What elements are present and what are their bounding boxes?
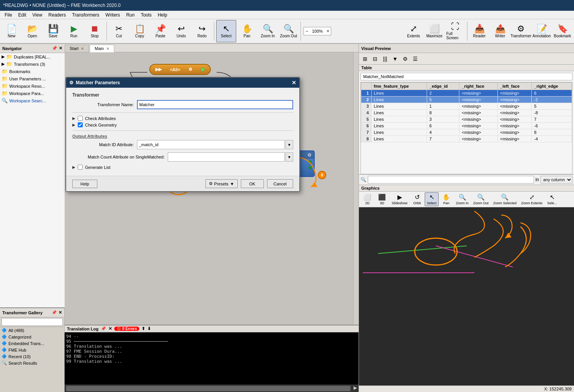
nav-bookmarks[interactable]: 📁 Bookmarks	[0, 68, 65, 75]
close-nav-icon[interactable]: ✕	[59, 46, 62, 51]
save-button[interactable]: 💾 Save	[43, 20, 63, 42]
col-right-face[interactable]: _right_face	[459, 83, 498, 90]
gfx-zoom-selected-button[interactable]: 🔍 Zoom Selected	[491, 192, 519, 206]
menu-tools[interactable]: Tools	[138, 12, 155, 18]
vp-btn-grid[interactable]: ⊟	[370, 54, 380, 63]
table-row[interactable]: 5Lines3<missing><missing>7	[361, 116, 572, 123]
zoom-out-button[interactable]: 🔍 Zoom Out	[279, 20, 299, 42]
nav-transformers[interactable]: ▶ 📁 Transformers (3)	[0, 60, 65, 68]
filter-column-select[interactable]: any column	[541, 176, 572, 183]
tab-main[interactable]: Main ✕	[90, 45, 114, 52]
cancel-button[interactable]: Cancel	[267, 179, 293, 188]
vp-btn-table[interactable]: ⊞	[360, 54, 370, 63]
presets-button[interactable]: ⚙ Presets ▼	[205, 179, 238, 188]
col-edge-id[interactable]: _edge_id	[427, 83, 459, 90]
extents-button[interactable]: ⤢ Extents	[404, 20, 424, 42]
check-geom-expand[interactable]: ▶	[72, 123, 75, 127]
stop-button[interactable]: ⏹ Stop	[85, 20, 105, 42]
log-scroll-down[interactable]: ⬇	[147, 326, 151, 331]
log-scroll-up[interactable]: ⬆	[142, 326, 145, 331]
gallery-item-fmehub[interactable]: 🔷 FME Hub	[0, 347, 64, 353]
gfx-pan-button[interactable]: ✋ Pan	[439, 192, 453, 206]
help-button[interactable]: Help	[72, 180, 97, 188]
menu-readers[interactable]: Readers	[45, 12, 69, 18]
gfx-orbit-button[interactable]: ↺ Orbit	[410, 192, 424, 206]
full-screen-button[interactable]: ⛶ Full Screen	[445, 20, 465, 42]
gallery-item-embedded[interactable]: 🔷 Embedded Trans...	[0, 340, 64, 347]
vp-btn-settings[interactable]: ⚙	[400, 54, 410, 63]
gallery-item-recent[interactable]: 🔷 Recent (10)	[0, 353, 64, 360]
vertical-scrollbar[interactable]	[353, 52, 359, 325]
gfx-slideshow-button[interactable]: ▶ Slideshow	[390, 192, 409, 206]
menu-view[interactable]: View	[29, 12, 45, 18]
m-gear-icon[interactable]: ⚙	[307, 152, 312, 158]
gfx-sele-button[interactable]: ↖ Sele...	[545, 192, 559, 206]
tab-start-close[interactable]: ✕	[81, 47, 84, 51]
pan-button[interactable]: ✋ Pan	[237, 20, 257, 42]
log-scrollbar[interactable]	[66, 386, 350, 391]
match-count-dropdown-btn[interactable]: ▼	[285, 152, 293, 162]
writer-button[interactable]: 📤 Writer	[490, 20, 510, 42]
transformer-name-input[interactable]	[137, 100, 293, 109]
tab-start[interactable]: Start ✕	[65, 45, 89, 52]
gallery-search-input[interactable]	[2, 318, 63, 326]
table-row[interactable]: 1Lines2<missing><missing>6	[361, 90, 572, 97]
zoom-in-button[interactable]: 🔍 Zoom In	[258, 20, 278, 42]
generate-list-checkbox[interactable]	[78, 165, 83, 170]
annotation-button[interactable]: 📝 Annotation	[532, 20, 552, 42]
check-geometry-checkbox[interactable]	[78, 122, 83, 127]
paste-button[interactable]: 📌 Paste	[150, 20, 170, 42]
menu-writers[interactable]: Writers	[102, 12, 123, 18]
gallery-item-categorized[interactable]: 🔷 Categorized	[0, 334, 64, 340]
gfx-select-button[interactable]: ↖ Select	[425, 192, 439, 206]
table-row[interactable]: 3Lines1<missing><missing>5	[361, 103, 572, 110]
zoom-input[interactable]	[310, 29, 325, 33]
gfx-zoom-in-button[interactable]: 🔍 Zoom In	[454, 192, 471, 206]
table-row[interactable]: 7Lines4<missing><missing>8	[361, 129, 572, 136]
gfx-zoom-extents-button[interactable]: ⤢ Zoom Extents	[519, 192, 545, 206]
menu-file[interactable]: File	[2, 12, 15, 18]
menu-run[interactable]: Run	[123, 12, 138, 18]
reader-button[interactable]: 📥 Reader	[469, 20, 489, 42]
redo-button[interactable]: ↪ Redo	[192, 20, 212, 42]
filter-input[interactable]	[368, 176, 534, 183]
nav-ws-search[interactable]: 🔍 Workspace Searc...	[0, 97, 65, 104]
check-attributes-checkbox[interactable]	[78, 116, 83, 121]
match-id-input[interactable]	[137, 140, 285, 149]
zoom-plus[interactable]: +	[325, 28, 331, 34]
all-filter-node[interactable]: ▶▶ <All> ⚙	[149, 64, 211, 75]
pin-icon[interactable]: 📌	[52, 46, 57, 51]
gfx-zoom-out-button[interactable]: 🔍 Zoom Out	[471, 192, 491, 206]
tab-main-close[interactable]: ✕	[106, 47, 109, 51]
gfx-3d-button[interactable]: ⬛ 3D	[375, 192, 389, 206]
transformer-toolbar-button[interactable]: ⚙ Transformer	[511, 20, 531, 42]
col-left-face[interactable]: _left_face	[497, 83, 532, 90]
zoom-minus[interactable]: −	[304, 28, 310, 34]
pin-log-icon[interactable]: 📌	[101, 326, 106, 331]
nav-duplicates[interactable]: ▶ 📁 Duplicates [REAL...	[0, 53, 65, 60]
select-button[interactable]: ↖ Select	[216, 20, 236, 42]
menu-transformers[interactable]: Transformers	[69, 12, 102, 18]
nav-ws-params[interactable]: 📁 Workspace Para...	[0, 90, 65, 97]
undo-button[interactable]: ↩ Undo	[171, 20, 191, 42]
bookmark-button[interactable]: 🔖 Bookmark	[552, 20, 572, 42]
nav-ws-resources[interactable]: 📁 Workspace Reso...	[0, 82, 65, 90]
copy-button[interactable]: 📋 Copy	[130, 20, 150, 42]
all-filter-gear-icon[interactable]: ⚙	[189, 67, 192, 72]
menu-help[interactable]: Help	[155, 12, 170, 18]
log-scroll-right[interactable]: ▶	[352, 385, 359, 392]
modal-close-button[interactable]: ✕	[292, 80, 296, 86]
table-row[interactable]: 4Lines8<missing><missing>-8	[361, 110, 572, 116]
pin-gallery-icon[interactable]: 📌	[52, 310, 57, 315]
gen-list-expand[interactable]: ▶	[72, 165, 75, 169]
open-button[interactable]: 📂 Open	[22, 20, 42, 42]
data-table-container[interactable]: fme_feature_type _edge_id _right_face _l…	[360, 82, 572, 174]
maximize-button[interactable]: ⬜ Maximize	[424, 20, 444, 42]
table-row[interactable]: 8Lines7<missing><missing>-4	[361, 136, 572, 142]
run-button[interactable]: ▶ Run	[64, 20, 84, 42]
matcher-dialog[interactable]: ⚙ Matcher Parameters ✕ Transformer Trans…	[65, 77, 300, 192]
gallery-item-all[interactable]: 🔷 All (488)	[0, 327, 64, 334]
col-right-edge[interactable]: _right_edge	[532, 83, 572, 90]
gfx-2d-button[interactable]: ⬜ 2D	[360, 192, 374, 206]
vp-btn-filter[interactable]: ▼	[390, 54, 400, 63]
